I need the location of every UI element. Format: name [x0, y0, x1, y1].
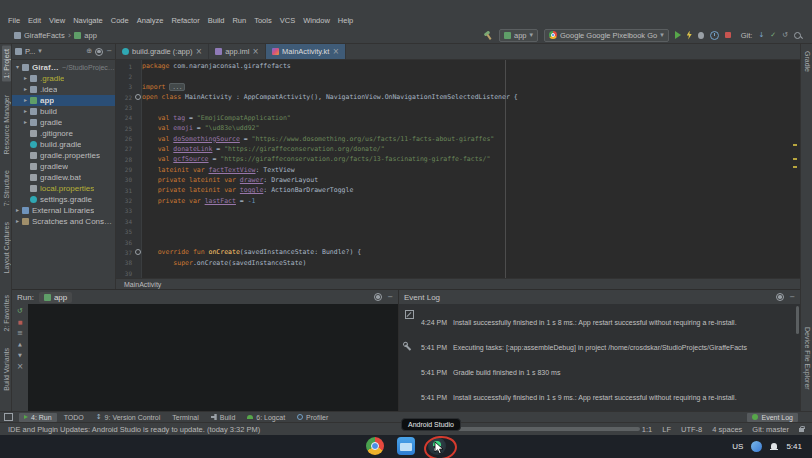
code-line-28[interactable]: 28 val gcfSource = "https://giraffeconse… [116, 154, 800, 164]
debug-button[interactable] [698, 32, 704, 39]
stripe-button-2-favorites[interactable]: 2: Favorites [2, 292, 11, 335]
menu-item-build[interactable]: Build [204, 14, 229, 27]
expand-arrow-icon[interactable] [22, 75, 29, 82]
tree-item-gradlew[interactable]: gradlew [12, 161, 115, 172]
clear-console-icon[interactable] [17, 363, 24, 371]
run-console-output[interactable] [28, 304, 398, 411]
tool-window-button-terminal[interactable]: Terminal [167, 413, 203, 422]
stripe-button-build-variants[interactable]: Build Variants [2, 345, 11, 394]
event-log-settings-icon[interactable] [776, 293, 784, 301]
profile-button[interactable] [710, 31, 719, 40]
code-line-34[interactable]: 34 [116, 216, 800, 226]
menu-item-tools[interactable]: Tools [250, 14, 276, 27]
tree-item-external-libraries[interactable]: External Libraries [12, 205, 115, 216]
git-branch[interactable]: Git: master [752, 425, 789, 434]
clock[interactable]: 5:41 [786, 442, 802, 451]
warning-stripe-mark[interactable] [793, 166, 797, 168]
warning-stripe-mark[interactable] [793, 158, 797, 160]
event-log-content[interactable]: 4:24 PMInstall successfully finished in … [399, 304, 800, 411]
locate-file-icon[interactable] [86, 48, 92, 55]
menu-item-analyze[interactable]: Analyze [133, 14, 168, 27]
code-line-25[interactable]: 25 val emoji = "\ud83e\udd92" [116, 123, 800, 133]
file-manager-icon[interactable] [397, 437, 415, 455]
tool-window-button-6-logcat[interactable]: 6: Logcat [242, 413, 290, 422]
stop-icon[interactable] [18, 319, 23, 326]
tree-item-build-gradle[interactable]: build.gradle [12, 139, 115, 150]
file-encoding[interactable]: UTF-8 [681, 425, 702, 434]
code-line-30[interactable]: 30 private lateinit var drawer: DrawerLa… [116, 175, 800, 185]
tab-build-gradle-app[interactable]: build.gradle (:app) [116, 44, 209, 59]
tool-window-button-9-version-control[interactable]: 9: Version Control [91, 412, 166, 422]
breadcrumb-module[interactable]: app [84, 31, 97, 40]
override-marker-icon[interactable] [134, 249, 142, 255]
chrome-icon[interactable] [366, 437, 384, 455]
line-separator[interactable]: LF [662, 425, 671, 434]
stripe-button-1-project[interactable]: 1: Project [2, 46, 11, 82]
tree-item-idea[interactable]: .idea [12, 84, 115, 95]
tree-item-gradle[interactable]: .gradle [12, 73, 115, 84]
git-update-icon[interactable] [758, 32, 764, 39]
search-everywhere-icon[interactable] [794, 32, 801, 39]
tree-item-local-properties[interactable]: local.properties [12, 183, 115, 194]
run-options-icon[interactable] [17, 330, 23, 337]
tree-item-gradle-properties[interactable]: gradle.properties [12, 150, 115, 161]
run-config-selector[interactable]: app [499, 29, 538, 42]
event-log-entry[interactable]: 5:41 PMInstall successfully finished in … [421, 393, 790, 403]
code-line-27[interactable]: 27 val donateLink = "https://giraffecons… [116, 144, 800, 154]
tool-window-button-todo[interactable]: TODO [59, 413, 89, 422]
menu-item-code[interactable]: Code [107, 14, 133, 27]
expand-arrow-icon[interactable] [22, 108, 29, 115]
tree-item-settings-gradle[interactable]: settings.gradle [12, 194, 115, 205]
code-line-39[interactable]: 39 [116, 268, 800, 278]
tree-item-giraffefacts[interactable]: GiraffeFacts~/StudioProjects/GiraffeFact… [12, 62, 115, 73]
code-line-37[interactable]: 37 override fun onCreate(savedInstanceSt… [116, 247, 800, 257]
code-line-1[interactable]: 1package com.naranjaconsal.giraffefacts [116, 61, 800, 71]
tool-window-button-4-run[interactable]: 4: Run [19, 413, 57, 422]
code-line-2[interactable]: 2 [116, 71, 800, 81]
code-line-24[interactable]: 24 val tag = "EmojiCompatApplication" [116, 113, 800, 123]
menu-item-run[interactable]: Run [228, 14, 250, 27]
indent-setting[interactable]: 4 spaces [712, 425, 742, 434]
stripe-button-device-file-explorer[interactable]: Device File Explorer [803, 324, 812, 393]
status-message[interactable]: IDE and Plugin Updates: Android Studio i… [8, 425, 260, 434]
code-line-26[interactable]: 26 val doSomethingSource = "https://www.… [116, 133, 800, 143]
caret-position[interactable]: 1:1 [642, 425, 652, 434]
event-log-scrollbar[interactable] [796, 306, 799, 334]
code-line-35[interactable]: 35 [116, 227, 800, 237]
tool-window-button-profiler[interactable]: Profiler [292, 413, 333, 422]
notification-bell-icon[interactable] [770, 443, 778, 451]
hide-event-log-icon[interactable] [789, 294, 795, 301]
scroll-up-icon[interactable] [18, 341, 22, 348]
tree-item-build[interactable]: build [12, 106, 115, 117]
menu-item-window[interactable]: Window [299, 14, 334, 27]
expand-arrow-icon[interactable] [22, 86, 29, 93]
git-commit-icon[interactable] [770, 32, 776, 39]
menu-item-vcs[interactable]: VCS [276, 14, 299, 27]
breadcrumb-class[interactable]: MainActivity [124, 281, 161, 288]
event-log-entry[interactable]: 4:24 PMInstall successfully finished in … [421, 318, 790, 328]
expand-arrow-icon[interactable] [14, 218, 21, 225]
warning-stripe-mark[interactable] [793, 144, 797, 146]
stripe-button-layout-captures[interactable]: Layout Captures [2, 219, 11, 276]
stripe-button-resource-manager[interactable]: Resource Manager [2, 92, 11, 158]
menu-item-navigate[interactable]: Navigate [69, 14, 107, 27]
stripe-button-7-structure[interactable]: 7: Structure [2, 167, 11, 209]
code-line-38[interactable]: 38 super.onCreate(savedInstanceState) [116, 258, 800, 268]
expand-arrow-icon[interactable] [22, 119, 29, 126]
tree-item-gitignore[interactable]: .gitignore [12, 128, 115, 139]
build-hammer-icon[interactable] [483, 30, 493, 40]
stop-button[interactable] [725, 32, 731, 38]
code-line-29[interactable]: 29 lateinit var factTextView: TextView [116, 164, 800, 174]
code-line-22[interactable]: 22open class MainActivity : AppCompatAct… [116, 92, 800, 102]
code-line-32[interactable]: 32 private var lastFact = -1 [116, 195, 800, 205]
hide-run-panel-icon[interactable] [387, 294, 393, 301]
breadcrumb-project[interactable]: GiraffeFacts [24, 31, 65, 40]
project-pane-label[interactable]: P... [25, 47, 35, 56]
run-tab-app[interactable]: app [39, 292, 72, 303]
code-line-33[interactable]: 33 [116, 206, 800, 216]
menu-item-file[interactable]: File [4, 14, 24, 27]
git-rollback-icon[interactable] [782, 32, 788, 39]
code-line-23[interactable]: 23 [116, 102, 800, 112]
event-log-entry[interactable]: 5:41 PMGradle build finished in 1 s 830 … [421, 368, 790, 378]
tool-window-button-build[interactable]: Build [206, 413, 241, 422]
